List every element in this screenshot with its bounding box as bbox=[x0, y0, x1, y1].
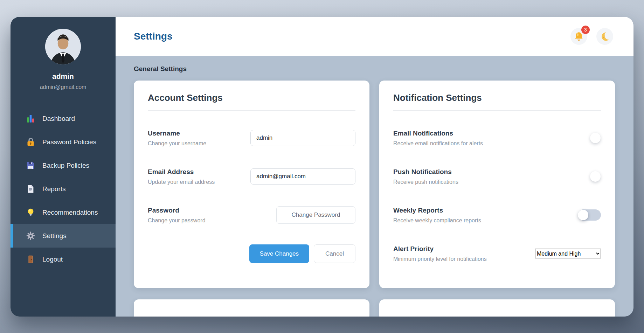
sidebar-item-backup-policies[interactable]: Backup Policies bbox=[11, 154, 116, 177]
weekly-reports-label: Weekly Reports bbox=[393, 207, 481, 214]
bar-chart-icon bbox=[26, 114, 35, 123]
page-header: Settings 3 bbox=[116, 17, 633, 56]
account-settings-card: Account Settings Username Change your us… bbox=[134, 81, 369, 288]
email-notifications-help: Receive email notifications for alerts bbox=[393, 140, 483, 147]
password-row: Password Change your password Change Pas… bbox=[148, 204, 355, 226]
username-label: Username bbox=[148, 130, 206, 137]
toggle-knob bbox=[590, 133, 601, 143]
gear-icon bbox=[26, 231, 35, 241]
sidebar-item-recommendations[interactable]: Recommendations bbox=[11, 201, 116, 224]
avatar bbox=[45, 29, 81, 64]
weekly-reports-label-block: Weekly Reports Receive weekly compliance… bbox=[393, 207, 481, 224]
alert-priority-label: Alert Priority bbox=[393, 245, 487, 253]
email-notifications-toggle[interactable] bbox=[578, 132, 601, 144]
email-label-block: Email Address Update your email address bbox=[148, 168, 215, 185]
sidebar-item-label: Password Policies bbox=[42, 138, 96, 146]
password-label: Password bbox=[148, 207, 206, 214]
email-row: Email Address Update your email address bbox=[148, 165, 355, 188]
section-title: General Settings bbox=[134, 65, 615, 73]
card-divider bbox=[393, 110, 601, 111]
email-input[interactable] bbox=[250, 168, 355, 185]
partial-card-left bbox=[134, 299, 369, 317]
sidebar-item-label: Dashboard bbox=[42, 115, 75, 123]
sidebar-item-label: Recommendations bbox=[42, 209, 98, 216]
email-notifications-row: Email Notifications Receive email notifi… bbox=[393, 127, 601, 149]
theme-toggle-button[interactable] bbox=[596, 28, 613, 45]
card-title: Notification Settings bbox=[393, 92, 601, 103]
sidebar-item-label: Reports bbox=[42, 185, 66, 193]
floppy-disk-icon bbox=[26, 161, 35, 170]
push-notifications-label: Push Notifications bbox=[393, 168, 458, 176]
push-notifications-toggle[interactable] bbox=[578, 171, 601, 182]
content-area: General Settings Account Settings Userna… bbox=[116, 56, 633, 317]
notifications-button[interactable]: 3 bbox=[570, 28, 587, 45]
notification-settings-card: Notification Settings Email Notification… bbox=[379, 81, 615, 288]
sidebar-item-reports[interactable]: Reports bbox=[11, 177, 116, 201]
card-divider bbox=[148, 110, 355, 111]
alert-priority-help: Minimum priority level for notifications bbox=[393, 256, 487, 262]
door-icon bbox=[26, 255, 35, 264]
form-actions: Save Changes Cancel bbox=[148, 244, 355, 263]
email-help: Update your email address bbox=[148, 179, 215, 185]
document-icon bbox=[26, 184, 35, 194]
page-title: Settings bbox=[134, 31, 172, 42]
sidebar-nav: Dashboard Password Policies bbox=[11, 107, 116, 271]
push-notifications-row: Push Notifications Receive push notifica… bbox=[393, 165, 601, 188]
toggle-knob bbox=[578, 210, 588, 220]
moon-icon bbox=[600, 31, 610, 42]
sidebar-item-dashboard[interactable]: Dashboard bbox=[11, 107, 116, 130]
sidebar-item-label: Logout bbox=[42, 256, 63, 263]
sidebar-item-logout[interactable]: Logout bbox=[11, 248, 116, 271]
alert-priority-row: Alert Priority Minimum priority level fo… bbox=[393, 242, 601, 265]
email-notifications-label: Email Notifications bbox=[393, 130, 483, 137]
username-help: Change your username bbox=[148, 140, 206, 147]
app-window: admin admin@gmail.com Dashboard bbox=[11, 17, 633, 317]
sidebar-item-label: Backup Policies bbox=[42, 162, 89, 169]
email-notifications-label-block: Email Notifications Receive email notifi… bbox=[393, 130, 483, 147]
weekly-reports-toggle[interactable] bbox=[578, 209, 601, 221]
cancel-button[interactable]: Cancel bbox=[314, 244, 355, 263]
partial-card-right bbox=[379, 299, 615, 317]
weekly-reports-row: Weekly Reports Receive weekly compliance… bbox=[393, 204, 601, 226]
password-help: Change your password bbox=[148, 217, 206, 224]
sidebar-divider bbox=[11, 101, 116, 101]
username-row: Username Change your username bbox=[148, 127, 355, 149]
alert-priority-select[interactable]: Medium and High bbox=[535, 249, 601, 258]
sidebar-item-settings[interactable]: Settings bbox=[11, 224, 116, 248]
push-notifications-help: Receive push notifications bbox=[393, 179, 458, 185]
sidebar-item-label: Settings bbox=[42, 232, 67, 240]
sidebar: admin admin@gmail.com Dashboard bbox=[11, 17, 116, 317]
toggle-knob bbox=[590, 171, 601, 182]
email-label: Email Address bbox=[148, 168, 215, 176]
settings-grid: Account Settings Username Change your us… bbox=[134, 81, 615, 317]
main-area: Settings 3 bbox=[116, 17, 633, 317]
username-label-block: Username Change your username bbox=[148, 130, 206, 147]
change-password-button[interactable]: Change Password bbox=[276, 206, 355, 224]
card-title: Account Settings bbox=[148, 92, 355, 103]
alert-priority-label-block: Alert Priority Minimum priority level fo… bbox=[393, 245, 487, 262]
push-notifications-label-block: Push Notifications Receive push notifica… bbox=[393, 168, 458, 185]
lock-icon bbox=[26, 137, 35, 147]
save-changes-button[interactable]: Save Changes bbox=[249, 244, 310, 263]
username-input[interactable] bbox=[250, 130, 355, 146]
weekly-reports-help: Receive weekly compliance reports bbox=[393, 217, 481, 224]
user-profile: admin admin@gmail.com bbox=[11, 17, 116, 90]
user-email-text: admin@gmail.com bbox=[11, 84, 116, 90]
username-text: admin bbox=[11, 72, 116, 81]
sidebar-item-password-policies[interactable]: Password Policies bbox=[11, 130, 116, 154]
header-actions: 3 bbox=[570, 28, 613, 45]
notification-badge: 3 bbox=[581, 26, 590, 34]
password-label-block: Password Change your password bbox=[148, 207, 206, 224]
light-bulb-icon bbox=[26, 208, 35, 217]
